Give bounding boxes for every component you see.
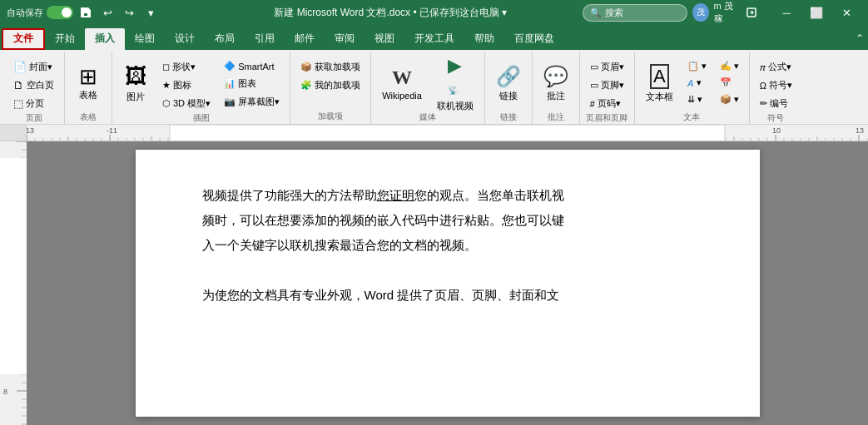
link-icon: 🔗 — [496, 65, 521, 88]
table-button[interactable]: ⊞ 表格 — [70, 55, 107, 111]
media-content: W Wikipedia ▶📡 联机视频 — [376, 52, 479, 111]
symbol-button[interactable]: Ω 符号▾ — [755, 77, 797, 94]
tab-file[interactable]: 文件 — [2, 28, 45, 50]
pages-label: 页面 — [8, 112, 59, 126]
tab-mail[interactable]: 邮件 — [285, 28, 325, 50]
restore-button[interactable]: ⬜ — [801, 0, 831, 25]
search-box[interactable]: 🔍 搜索 — [583, 4, 687, 22]
chart-button[interactable]: 📊 图表 — [219, 75, 285, 92]
quick-parts-button[interactable]: 📋 ▾ — [682, 58, 712, 74]
smartart-button[interactable]: 🔷 SmartArt — [219, 58, 285, 74]
get-addin-button[interactable]: 📦 获取加载项 — [295, 58, 365, 76]
link-text: 您证明 — [377, 188, 414, 202]
picture-icon: 🖼 — [125, 63, 146, 89]
dropcap-button[interactable]: ⇊ ▾ — [682, 91, 712, 107]
header-footer-content: ▭ 页眉▾ ▭ 页脚▾ # 页码▾ — [585, 52, 629, 112]
tab-home[interactable]: 开始 — [45, 28, 85, 50]
links-label: 链接 — [490, 111, 527, 125]
ribbon-toolbar: 📄 封面▾ 🗋 空白页 ⬚ 分页 页面 ⊞ 表格 表格 — [0, 50, 868, 125]
signature-button[interactable]: ✍ ▾ — [715, 58, 744, 74]
tab-layout[interactable]: 布局 — [205, 28, 245, 50]
my-addin-button[interactable]: 🧩 我的加载项 — [295, 77, 365, 94]
close-button[interactable]: ✕ — [831, 0, 861, 25]
date-time-button[interactable]: 📅 — [715, 75, 744, 91]
tab-developer[interactable]: 开发工具 — [404, 28, 464, 50]
save-button[interactable] — [77, 3, 95, 22]
equation-button[interactable]: π 公式▾ — [755, 58, 797, 76]
table-icon: ⊞ — [79, 66, 97, 87]
break-icon: ⬚ — [13, 97, 23, 110]
customize-qat-button[interactable]: ▾ — [141, 3, 160, 22]
online-video-button[interactable]: ▶📡 联机视频 — [431, 55, 479, 111]
comments-content: 💬 批注 — [538, 52, 574, 111]
3d-model-button[interactable]: ⬡ 3D 模型▾ — [157, 95, 216, 112]
symbols-content: π 公式▾ Ω 符号▾ ✏ 编号 — [755, 52, 797, 112]
tab-design[interactable]: 设计 — [165, 28, 205, 50]
wikipedia-icon: W — [392, 67, 412, 89]
header-button[interactable]: ▭ 页眉▾ — [585, 58, 629, 76]
my-addin-icon: 🧩 — [300, 80, 312, 91]
avatar[interactable]: 茂 — [692, 3, 708, 22]
icons-button[interactable]: ★ 图标 — [157, 77, 216, 94]
wordart-icon: A — [687, 78, 694, 88]
link-button[interactable]: 🔗 链接 — [490, 55, 527, 111]
object-button[interactable]: 📦 ▾ — [715, 91, 744, 107]
comment-button[interactable]: 💬 批注 — [538, 55, 574, 111]
redo-button[interactable]: ↪ — [120, 3, 138, 22]
screenshot-button[interactable]: 📷 屏幕截图▾ — [219, 93, 285, 111]
shapes-button[interactable]: ◻ 形状▾ — [157, 58, 216, 76]
table-content: ⊞ 表格 — [70, 52, 107, 111]
undo-button[interactable]: ↩ — [98, 3, 117, 22]
tab-view[interactable]: 视图 — [365, 28, 404, 50]
page-break-button[interactable]: ⬚ 分页 — [8, 95, 59, 112]
object-icon: 📦 — [720, 94, 732, 105]
autosave-area: 自动保存 — [7, 6, 73, 19]
document-area: 视频提供了功能强大的方法帮助您证明您的观点。当您单击联机视 频时，可以在想要添加… — [27, 141, 868, 425]
illust-col2: 🔷 SmartArt 📊 图表 📷 屏幕截图▾ — [219, 55, 285, 111]
signature-icon: ✍ — [720, 61, 732, 72]
minimize-button[interactable]: ─ — [771, 0, 801, 25]
picture-button[interactable]: 🖼 图片 — [117, 55, 154, 111]
ribbon-tabs: 文件 开始 插入 绘图 设计 布局 引用 邮件 审阅 视图 开发工具 帮助 百度… — [0, 25, 868, 50]
symbols-col: π 公式▾ Ω 符号▾ ✏ 编号 — [755, 55, 797, 112]
wordart-button[interactable]: A ▾ — [682, 75, 712, 91]
title-dropdown-arrow[interactable]: ▾ — [502, 7, 507, 18]
tab-references[interactable]: 引用 — [245, 28, 285, 50]
tab-baidu[interactable]: 百度网盘 — [504, 28, 564, 50]
tab-review[interactable]: 审阅 — [325, 28, 365, 50]
tab-help[interactable]: 帮助 — [464, 28, 504, 50]
title-bar: 自动保存 ↩ ↪ ▾ 新建 Microsoft Word 文档.docx • 已… — [0, 0, 868, 25]
group-illustrations: 🖼 图片 ◻ 形状▾ ★ 图标 ⬡ 3D 模型▾ 🔷 — [112, 52, 290, 124]
blank-icon: 🗋 — [13, 79, 24, 91]
page-num-button[interactable]: # 页码▾ — [585, 95, 629, 112]
document-page: 视频提供了功能强大的方法帮助您证明您的观点。当您单击联机视 频时，可以在想要添加… — [136, 150, 760, 417]
cover-icon: 📄 — [13, 61, 27, 73]
paragraph-3: 入一个关键字以联机搜索最适合您的文档的视频。 — [202, 233, 693, 258]
user-area: 茂 m 茂稼 — [692, 0, 738, 25]
ruler-area — [0, 125, 868, 141]
edit-num-button[interactable]: ✏ 编号 — [755, 95, 797, 112]
blank-page-button[interactable]: 🗋 空白页 — [8, 77, 59, 94]
document-content: 视频提供了功能强大的方法帮助您证明您的观点。当您单击联机视 频时，可以在想要添加… — [202, 183, 693, 308]
smartart-icon: 🔷 — [224, 61, 236, 72]
group-symbols: π 公式▾ Ω 符号▾ ✏ 编号 符号 — [750, 52, 802, 124]
footer-button[interactable]: ▭ 页脚▾ — [585, 77, 629, 94]
cover-button[interactable]: 📄 封面▾ — [8, 58, 59, 76]
addins-content: 📦 获取加载项 🧩 我的加载项 — [295, 52, 365, 111]
tab-insert[interactable]: 插入 — [85, 28, 125, 50]
pages-col: 📄 封面▾ 🗋 空白页 ⬚ 分页 — [8, 55, 59, 112]
illust-col: ◻ 形状▾ ★ 图标 ⬡ 3D 模型▾ — [157, 55, 216, 112]
group-addins: 📦 获取加载项 🧩 我的加载项 加载项 — [290, 52, 371, 124]
share-button[interactable] — [743, 3, 760, 22]
online-video-icon: ▶📡 — [448, 55, 462, 98]
group-comments: 💬 批注 批注 — [533, 52, 580, 124]
collapse-ribbon-button[interactable]: ⌃ — [851, 30, 868, 47]
document-title: 新建 Microsoft Word 文档.docx • 已保存到这台电脑 ▾ — [199, 6, 583, 20]
tab-draw[interactable]: 绘图 — [125, 28, 165, 50]
screenshot-icon: 📷 — [224, 96, 236, 107]
horizontal-ruler — [27, 125, 868, 141]
equation-icon: π — [760, 62, 766, 72]
textbox-button[interactable]: A 文本框 — [640, 55, 679, 111]
wikipedia-button[interactable]: W Wikipedia — [376, 55, 428, 111]
autosave-toggle[interactable] — [47, 6, 73, 19]
